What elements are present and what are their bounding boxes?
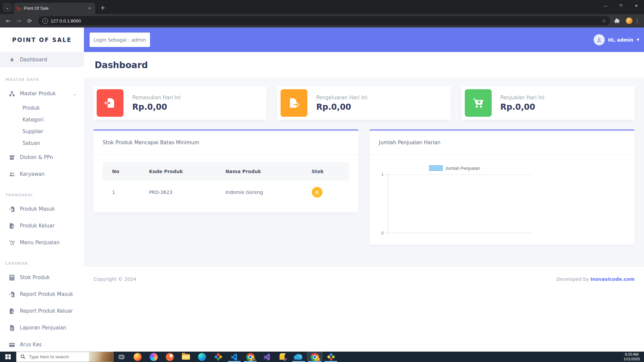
windows-taskbar: 8:20 AM 1/21/2025 — [0, 352, 644, 362]
app-brand[interactable]: POINT OF SALE — [0, 28, 84, 52]
page-title: Dashboard — [95, 60, 148, 70]
forward-button[interactable]: → — [14, 16, 23, 25]
sidebar-subitem-produk[interactable]: Produk — [0, 102, 84, 114]
column-header-no: No — [103, 162, 140, 181]
chevron-down-icon: ⌄ — [73, 91, 77, 96]
sidebar-item-menu-penjualan[interactable]: Menu Penjualan — [0, 234, 84, 251]
taskbar-app-file-explorer[interactable] — [178, 352, 194, 362]
taskbar-app-ms-tool[interactable] — [323, 352, 339, 362]
user-menu[interactable]: Hi, admin ▼ — [594, 34, 644, 45]
user-avatar — [594, 34, 605, 45]
card-pemasukan: Pemasukan Hari Ini Rp.0,00 — [93, 86, 266, 120]
color-diamond-icon — [214, 353, 222, 361]
task-view-button[interactable] — [113, 352, 130, 362]
site-info-icon[interactable]: i — [42, 18, 48, 24]
visual-studio-icon — [262, 353, 270, 361]
edge-icon — [198, 353, 206, 361]
stock-panel-title: Stok Produk Mencapai Batas Minimum — [93, 131, 358, 155]
url-text[interactable]: 127.0.0.1:8000 — [51, 18, 599, 23]
taskbar-app-diagram-tool[interactable] — [210, 352, 226, 362]
browser-tab[interactable]: Point Of Sale ✕ — [13, 3, 95, 14]
sidebar-item-report-produk-keluar[interactable]: Report Produk Keluar — [0, 303, 84, 319]
sidebar-item-laporan-penjualan[interactable]: Laporan Penjualan — [0, 319, 84, 336]
window-minimize-button[interactable]: — — [598, 0, 613, 11]
reload-button[interactable]: ⟳ — [25, 16, 34, 25]
windows-logo-icon — [5, 354, 11, 360]
new-tab-button[interactable]: + — [98, 3, 107, 12]
folder-icon — [182, 354, 190, 360]
postman-icon — [166, 353, 174, 361]
daily-sales-chart-panel: Jumlah Penjualan Harian Jumlah Penjualan… — [369, 130, 635, 245]
search-icon — [20, 354, 26, 359]
sidebar-subitem-supplier[interactable]: Supplier — [0, 125, 84, 137]
browser-tabstrip: ⌄ Point Of Sale ✕ + — ❐ ✕ — [0, 0, 644, 14]
cart-plus-icon — [9, 240, 15, 246]
taskbar-app-laragon[interactable] — [291, 352, 307, 362]
search-input[interactable] — [28, 354, 80, 360]
stock-minimum-panel: Stok Produk Mencapai Batas Minimum No Ko… — [93, 130, 358, 212]
sidebar-item-arus-kas[interactable]: Arus Kas — [0, 336, 84, 352]
card-label: Pemasukan Hari Ini — [132, 95, 181, 101]
sidebar-item-stok-produk[interactable]: Stok Produk — [0, 269, 84, 286]
start-button[interactable] — [0, 352, 16, 362]
taskbar-app-copilot[interactable] — [146, 352, 162, 362]
chart-legend[interactable]: Jumlah Penjualan — [429, 165, 625, 171]
taskbar-app-database-tool[interactable] — [275, 352, 291, 362]
file-export-icon — [9, 223, 15, 229]
taskbar-app-vscode[interactable] — [226, 352, 242, 362]
sidebar-item-produk-masuk[interactable]: Produk Masuk — [0, 201, 84, 217]
taskbar-app-edge[interactable] — [194, 352, 210, 362]
legend-swatch — [429, 165, 443, 171]
taskbar-app-visual-studio[interactable] — [258, 352, 275, 362]
sidebar-section-laporan: LAPORAN — [0, 251, 84, 269]
y-tick-label-1: 1 — [379, 172, 384, 177]
chart-area: Jumlah Penjualan 1 0 — [369, 155, 635, 233]
tab-search-button[interactable]: ⌄ — [3, 3, 12, 12]
browser-menu-icon[interactable]: ⋮ — [634, 18, 641, 23]
y-tick-mark — [385, 233, 388, 233]
taskbar-app-chrome[interactable] — [242, 352, 258, 362]
taskbar-app-chrome-active[interactable] — [307, 352, 323, 362]
sidebar-item-diskon-ppn[interactable]: Diskon & PPn — [0, 149, 84, 166]
cell-nama: Indomie Goreng — [216, 181, 302, 204]
back-button[interactable]: ← — [3, 16, 13, 25]
developer-link[interactable]: Inovasicode.com — [590, 276, 635, 282]
window-close-button[interactable]: ✕ — [629, 0, 644, 11]
card-value: Rp.0,00 — [500, 102, 544, 112]
sidebar-item-karyawan[interactable]: Karyawan — [0, 166, 84, 183]
sidebar-item-report-produk-masuk[interactable]: Report Produk Masuk — [0, 286, 84, 303]
database-tool-icon — [280, 355, 285, 360]
user-greeting: Hi, admin — [608, 37, 634, 43]
browser-profile-avatar[interactable] — [626, 17, 633, 24]
sidebar-item-master-produk[interactable]: Master Produk ⌄ — [0, 85, 84, 102]
extensions-puzzle-icon[interactable] — [614, 18, 620, 24]
firefox-icon — [134, 353, 142, 361]
address-bar[interactable]: i 127.0.0.1:8000 ☆ — [38, 16, 610, 25]
taskbar-clock[interactable]: 8:20 AM 1/21/2025 — [620, 352, 644, 362]
column-header-nama: Nama Produk — [216, 162, 302, 181]
taskbar-search[interactable] — [16, 352, 113, 362]
page-header: Dashboard — [84, 52, 644, 78]
card-label: Penjualan Hari Ini — [500, 95, 544, 101]
sidebar-subitem-kategori[interactable]: Kategori — [0, 114, 84, 125]
stock-table: No Kode Produk Nama Produk Stok 1 PRD-36… — [103, 162, 349, 204]
chart-plot: 1 0 — [379, 174, 532, 233]
task-view-icon — [118, 354, 125, 360]
sidebar-subitem-satuan[interactable]: Satuan — [0, 137, 84, 149]
search-highlight-image[interactable] — [89, 352, 113, 362]
cart-plus-icon — [465, 89, 492, 117]
tab-close-icon[interactable]: ✕ — [87, 5, 93, 11]
color-diamond-icon — [327, 353, 335, 361]
window-maximize-button[interactable]: ❐ — [613, 0, 629, 11]
sidebar-item-dashboard[interactable]: Dashboard — [0, 52, 84, 67]
taskbar-app-postman[interactable] — [162, 352, 178, 362]
laravel-favicon-icon — [16, 6, 21, 11]
column-header-stok: Stok — [302, 162, 349, 181]
file-import-icon — [9, 206, 15, 212]
clock-date: 1/21/2025 — [624, 357, 640, 362]
sidebar-item-produk-keluar[interactable]: Produk Keluar — [0, 217, 84, 234]
taskbar-app-firefox[interactable] — [130, 352, 146, 362]
chart-panel-title: Jumlah Penjualan Harian — [369, 131, 635, 155]
bookmark-star-icon[interactable]: ☆ — [602, 18, 606, 23]
table-header-row: No Kode Produk Nama Produk Stok — [103, 162, 349, 181]
